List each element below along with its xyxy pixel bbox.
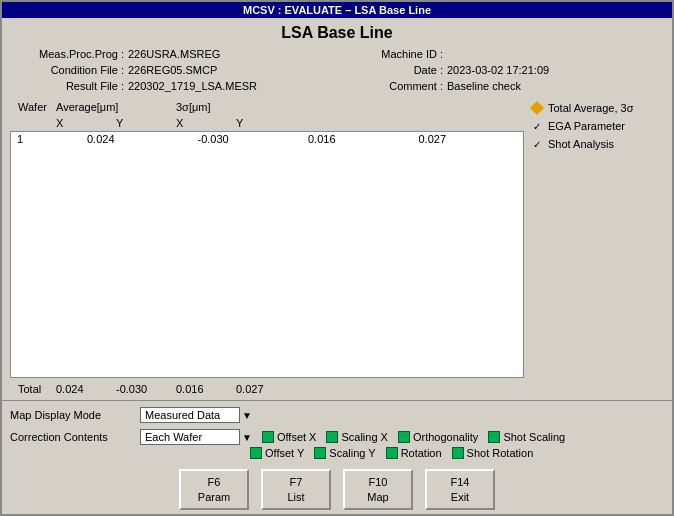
col-wafer-header: Wafer [18,98,56,116]
date-label: Date : [337,62,447,78]
total-label: Total [18,380,56,398]
cb-shot-scaling[interactable]: Shot Scaling [488,431,565,443]
col-avg-header: Average[μm] [56,98,176,116]
cb-offset-y[interactable]: Offset Y [250,447,304,459]
correction-wafer-row: Each Wafer ▼ Offset X Scaling X [140,429,565,445]
sub-3s-y: Y [236,116,296,131]
table-header: Wafer Average[μm] 3σ[μm] [10,98,524,116]
f10-line2: Map [367,491,388,503]
cb-rotation[interactable]: Rotation [386,447,442,459]
cb-shot-scaling-box [488,431,500,443]
map-display-arrow[interactable]: ▼ [242,410,252,421]
sub-avg-y: Y [116,116,176,131]
cb-scaling-y-label: Scaling Y [329,447,375,459]
panel-shot-label: Shot Analysis [548,138,614,150]
cb-offset-x[interactable]: Offset X [262,431,317,443]
cb-offset-y-box [250,447,262,459]
cb-scaling-x[interactable]: Scaling X [326,431,387,443]
f6-button[interactable]: F6 Param [179,469,249,510]
sub-3s-x: X [176,116,236,131]
cell-3s-x: 0.016 [302,132,413,146]
footer-buttons: F6 Param F7 List F10 Map F14 Exit [2,463,672,514]
info-left: Meas.Proc.Prog : 226USRA.MSREG Condition… [18,46,337,94]
total-avg-x: 0.024 [56,380,116,398]
cb-scaling-x-label: Scaling X [341,431,387,443]
col-3s-header: 3σ[μm] [176,98,296,116]
panel-item-ega[interactable]: ✓ EGA Parameter [532,120,664,132]
panel-item-shot[interactable]: ✓ Shot Analysis [532,138,664,150]
f14-line1: F14 [451,476,470,488]
total-3s-y: 0.027 [236,380,296,398]
total-avg-y: -0.030 [116,380,176,398]
cb-offset-x-label: Offset X [277,431,317,443]
info-row-machine: Machine ID : [337,46,656,62]
map-display-label: Map Display Mode [10,409,140,421]
info-right: Machine ID : Date : 2023-03-02 17:21:09 … [337,46,656,94]
cb-orthogonality-label: Orthogonality [413,431,478,443]
wafer-dropdown-value: Each Wafer [140,429,240,445]
cb-shot-rotation-box [452,447,464,459]
diamond-icon [530,101,544,115]
table-subheader: X Y X Y [10,116,524,131]
map-display-row: Map Display Mode Measured Data ▼ [10,407,664,423]
cb-offset-y-label: Offset Y [265,447,304,459]
cb-orthogonality[interactable]: Orthogonality [398,431,478,443]
middle-area: Wafer Average[μm] 3σ[μm] X Y X Y 1 0.024 [2,98,672,400]
checkboxes-row-2: Offset Y Scaling Y Rotation Shot Ro [250,447,565,459]
f7-button[interactable]: F7 List [261,469,331,510]
cb-scaling-y[interactable]: Scaling Y [314,447,375,459]
cb-shot-rotation[interactable]: Shot Rotation [452,447,534,459]
cell-3s-y: 0.027 [412,132,523,146]
check-icon-ega: ✓ [532,121,542,131]
meas-proc-label: Meas.Proc.Prog : [18,46,128,62]
sub-wafer [18,116,56,131]
f6-line2: Param [198,491,230,503]
wafer-dropdown-arrow[interactable]: ▼ [242,432,252,443]
title-text: MCSV : EVALUATE – LSA Base Line [243,4,431,16]
map-display-value: Measured Data [140,407,240,423]
cb-scaling-y-box [314,447,326,459]
right-panel: Total Average, 3σ ✓ EGA Parameter ✓ Shot… [524,98,664,400]
cb-offset-x-box [262,431,274,443]
cb-rotation-label: Rotation [401,447,442,459]
total-row: Total 0.024 -0.030 0.016 0.027 [10,378,524,400]
f10-button[interactable]: F10 Map [343,469,413,510]
info-section: Meas.Proc.Prog : 226USRA.MSREG Condition… [2,46,672,94]
cb-shot-scaling-label: Shot Scaling [503,431,565,443]
cell-avg-y: -0.030 [191,132,302,146]
condition-label: Condition File : [18,62,128,78]
check-icon-shot: ✓ [532,139,542,149]
data-table: 1 0.024 -0.030 0.016 0.027 [11,132,523,146]
correction-row: Correction Contents Each Wafer ▼ Offset … [10,429,664,459]
page-title: LSA Base Line [2,18,672,46]
panel-total-label: Total Average, 3σ [548,102,633,114]
info-row-comment: Comment : Baseline check [337,78,656,94]
cb-scaling-x-box [326,431,338,443]
f14-button[interactable]: F14 Exit [425,469,495,510]
content-area: LSA Base Line Meas.Proc.Prog : 226USRA.M… [2,18,672,514]
panel-item-total[interactable]: Total Average, 3σ [532,102,664,114]
panel-ega-label: EGA Parameter [548,120,625,132]
data-table-container[interactable]: 1 0.024 -0.030 0.016 0.027 [10,131,524,378]
f6-line1: F6 [208,476,221,488]
bottom-section: Map Display Mode Measured Data ▼ Correct… [2,400,672,463]
cb-orthogonality-box [398,431,410,443]
info-row-2: Condition File : 226REG05.SMCP [18,62,337,78]
sub-avg-x: X [56,116,116,131]
total-3s-x: 0.016 [176,380,236,398]
condition-value: 226REG05.SMCP [128,62,217,78]
machine-label: Machine ID : [337,46,447,62]
correction-options: Each Wafer ▼ Offset X Scaling X [140,429,565,459]
info-row-date: Date : 2023-03-02 17:21:09 [337,62,656,78]
map-display-dropdown[interactable]: Measured Data ▼ [140,407,252,423]
comment-label: Comment : [337,78,447,94]
table-row: 1 0.024 -0.030 0.016 0.027 [11,132,523,146]
title-bar: MCSV : EVALUATE – LSA Base Line [2,2,672,18]
f14-line2: Exit [451,491,469,503]
table-section: Wafer Average[μm] 3σ[μm] X Y X Y 1 0.024 [10,98,524,400]
checkboxes-row-1: Offset X Scaling X Orthogonality [262,431,565,443]
result-value: 220302_1719_LSA.MESR [128,78,257,94]
wafer-dropdown[interactable]: Each Wafer ▼ [140,429,252,445]
cell-avg-x: 0.024 [81,132,192,146]
main-window: MCSV : EVALUATE – LSA Base Line LSA Base… [0,0,674,516]
